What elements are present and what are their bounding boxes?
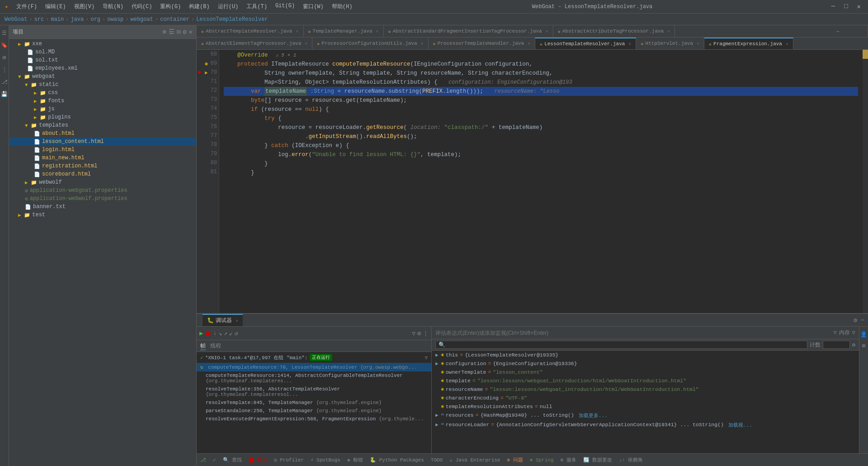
breadcrumb-src[interactable]: src (34, 16, 44, 23)
todo-icon[interactable]: TODO (431, 457, 443, 463)
menu-view[interactable]: 视图(V) (71, 2, 99, 11)
tab-close-icon[interactable]: ✕ (421, 41, 424, 46)
more-icon[interactable]: ⋮ (423, 330, 429, 337)
var-item-owner-template[interactable]: ▶ ◉ ownerTemplate = "lesson_content" (432, 368, 859, 376)
menu-edit[interactable]: 编辑(E) (42, 2, 70, 11)
tab-close-icon[interactable]: ✕ (786, 41, 788, 47)
breakpoint-toolbar-icon[interactable]: ⬤ 断点 (249, 456, 267, 463)
breadcrumb-class[interactable]: LessonTemplateResolver (196, 16, 268, 23)
resume-button[interactable]: ▶ (199, 329, 203, 337)
expand-icon[interactable]: ▶ (435, 352, 439, 358)
tab-template-manager[interactable]: ☕ TemplateManager.java ✕ (304, 25, 384, 37)
tab-close-icon[interactable]: ✕ (697, 41, 699, 46)
person-icon[interactable]: 👤 (860, 331, 867, 338)
tab-abstract-attribute-tag[interactable]: ☕ AbstractAttributeTagProcessor.java ✕ (553, 25, 675, 37)
structure-icon[interactable]: ⊞ (3, 54, 6, 61)
tab-fragment-expression[interactable]: ☕ FragmentExpression.java ✕ (704, 38, 793, 49)
var-item-template-resolution-attrs[interactable]: ▶ ◉ templateResolutionAttributes = null (432, 402, 859, 411)
breadcrumb-java[interactable]: java (71, 16, 84, 23)
tree-item-main-new[interactable]: 📄 main_new.html (9, 154, 196, 162)
breadcrumb-org[interactable]: org (90, 16, 100, 23)
tree-item-templates[interactable]: ▼ 📁 templates (9, 121, 196, 129)
tree-item-scoreboard[interactable]: 📄 scoreboard.html (9, 170, 196, 178)
variable-search-input[interactable] (435, 341, 807, 349)
restart-button[interactable]: ↺ (235, 330, 238, 337)
breadcrumb-webgoat[interactable]: WebGoat (5, 16, 27, 23)
tree-item-lesson-content[interactable]: 📄 lesson_content.html (9, 138, 196, 146)
expand-icon[interactable]: ▶ (435, 412, 439, 418)
menu-git[interactable]: Git(G) (272, 2, 298, 11)
code-content[interactable]: @Override ⚠ 5 × 1 protected ITemplateRes… (219, 50, 863, 313)
var-item-template[interactable]: ▶ ◉ template = "lesson:lessons/webgoat_i… (432, 376, 859, 385)
layout-icon[interactable]: ⊞ (862, 342, 865, 349)
step-out-button[interactable]: ↗ (224, 330, 227, 337)
tab-processor-config[interactable]: ☕ ProcessorConfigurationUtils.java ✕ (312, 38, 428, 49)
expand-icon[interactable]: ▶ (435, 422, 439, 428)
services-icon[interactable]: ⚙ 服务 (561, 456, 576, 463)
threads-tab[interactable]: 线程 (210, 342, 221, 350)
tab-abstract-template-resolver[interactable]: ☕ AbstractTemplateResolver.java ✕ (197, 25, 304, 37)
tab-abstract-element-tag[interactable]: ☕ AbstractElementTagProcessor.java ✕ (197, 38, 312, 49)
project-settings-icon[interactable]: ⚙ (183, 28, 186, 36)
stack-frame-3[interactable]: resolveTemplate:356, AbstractTemplateRes… (197, 385, 431, 399)
step-into-button[interactable]: ↘ (218, 330, 222, 337)
tree-item-webwolf[interactable]: ▶ 📁 webwolf (9, 178, 196, 186)
tree-item-webgoat[interactable]: ▼ 📁 webgoat (9, 72, 196, 81)
menu-navigate[interactable]: 导航(N) (99, 2, 127, 11)
tree-item-registration[interactable]: 📄 registration.html (9, 162, 196, 170)
tree-item-banner[interactable]: 📄 banner.txt (9, 203, 196, 211)
menu-tools[interactable]: 工具(T) (243, 2, 271, 11)
tab-close-icon[interactable]: ✕ (528, 41, 530, 46)
stack-frame-6[interactable]: resolveExecutedFragmentExpression:588, F… (197, 415, 431, 423)
expand-icon[interactable]: ▶ (435, 361, 439, 366)
var-item-resource-name[interactable]: ▶ ◉ resourceName = "lesson:lessons/webgo… (432, 385, 859, 394)
tab-http-servlet[interactable]: ☕ HttpServlet.java ✕ (636, 38, 704, 49)
project-icon[interactable]: ☰ (2, 30, 7, 37)
tab-close-icon[interactable]: ✕ (628, 41, 631, 47)
thread-filter-btn[interactable]: ▽ (425, 355, 428, 361)
menu-refactor[interactable]: 重构(G) (156, 2, 184, 11)
thread-filter-icon[interactable]: ▽ (412, 330, 415, 337)
tab-abstract-standard-fragment[interactable]: ☕ AbstractStandardFragmentInsertionTagPr… (384, 25, 553, 37)
breadcrumb-webgoat2[interactable]: webgoat (131, 16, 153, 23)
expression-input[interactable] (435, 330, 834, 336)
code-editor[interactable]: 68 69 ◉ 70 ● ▶ 71 72 73 (197, 50, 868, 313)
tab-close-icon[interactable]: ✕ (546, 29, 548, 34)
load-more-link[interactable]: 加载更多... (579, 412, 608, 419)
var-item-char-encoding[interactable]: ▶ ◉ characterEncoding = "UTF-8" (432, 394, 859, 402)
checkmark-icon[interactable]: ✓ (213, 457, 216, 463)
tree-item-xxe[interactable]: ▶ 📁 xxe (9, 40, 196, 48)
menu-code[interactable]: 代码(C) (128, 2, 156, 11)
tab-lesson-template-resolver[interactable]: ☕ LessonTemplateResolver.java ✕ (535, 38, 636, 49)
check-icon[interactable]: ◈ 检错 (347, 456, 363, 463)
deps-icon[interactable]: ↓↑ 依赖角 (619, 456, 643, 463)
tree-item-employees[interactable]: 📄 employees.xml (9, 64, 196, 72)
tree-item-soltxt[interactable]: 📄 sol.txt (9, 56, 196, 64)
project-close-icon[interactable]: ✕ (189, 28, 193, 36)
tab-close-icon[interactable]: ✕ (376, 29, 379, 34)
var-item-this[interactable]: ▶ ◉ this = {LessonTemplateResolver@19335… (432, 351, 859, 359)
stack-frame-2[interactable]: computeTemplateResource:1414, AbstractCo… (197, 371, 431, 385)
tree-item-plugins[interactable]: ▶ 📁 plugins (9, 113, 196, 121)
tree-item-login[interactable]: 📄 login.html (9, 146, 196, 154)
tree-item-webgoat-props[interactable]: ⚙ application-webgoat.properties (9, 186, 196, 195)
tree-item-css[interactable]: ▶ 📁 css (9, 89, 196, 97)
tree-item-js[interactable]: ▶ 📁 js (9, 105, 196, 113)
menu-help[interactable]: 帮助(H) (328, 2, 356, 11)
tree-item-test[interactable]: ▶ 📁 test (9, 211, 196, 219)
stack-frame-5[interactable]: parseStandalone:250, TemplateManager {or… (197, 407, 431, 415)
tab-close-icon[interactable]: ✕ (305, 41, 307, 46)
settings-icon[interactable]: ⚙ (854, 317, 857, 324)
step-over-button[interactable]: ↓ (213, 330, 217, 337)
bookmark-icon[interactable]: 🔖 (1, 42, 8, 49)
dropdown-arrow[interactable]: ▽ (834, 329, 837, 336)
project-add-icon[interactable]: ⊕ (162, 28, 166, 36)
tab-more[interactable]: ⋯ (832, 25, 868, 37)
data-changes-icon[interactable]: 🔄 数据更改 (583, 456, 613, 463)
project-collapse-icon[interactable]: ⊟ (177, 28, 180, 36)
menu-run[interactable]: 运行(U) (214, 2, 242, 11)
git-icon[interactable]: ⎇ (200, 457, 206, 463)
problems-icon[interactable]: ⊕ 问题 (507, 456, 523, 463)
tab-processor-template-handler[interactable]: ☕ ProcessorTemplateHandler.java ✕ (429, 38, 536, 49)
var-item-resource-loader[interactable]: ▶ ∞ resourceLoader = {AnnotationConfigSe… (432, 420, 859, 430)
